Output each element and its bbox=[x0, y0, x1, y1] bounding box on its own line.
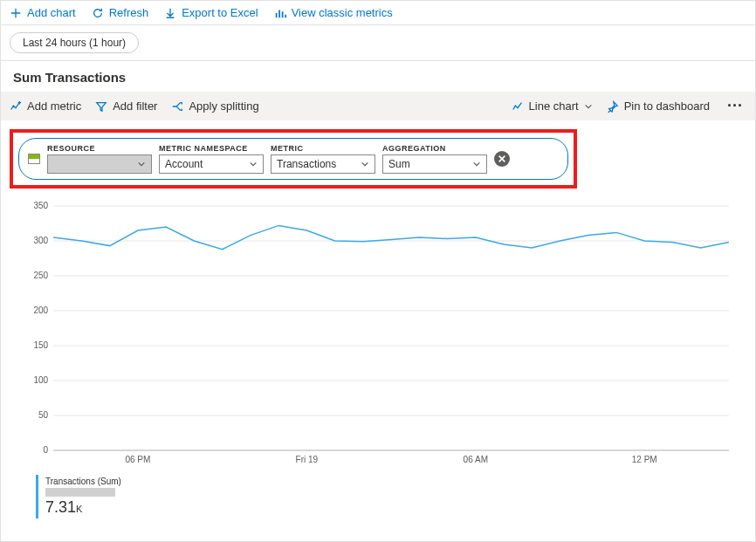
classic-metrics-button[interactable]: View classic metrics bbox=[274, 6, 393, 19]
svg-text:06 PM: 06 PM bbox=[125, 455, 150, 464]
time-range-row: Last 24 hours (1 hour) bbox=[1, 25, 755, 61]
svg-text:50: 50 bbox=[38, 410, 49, 420]
plus-icon bbox=[10, 7, 22, 19]
legend-resource-redacted bbox=[45, 488, 115, 497]
chevron-down-icon bbox=[584, 102, 593, 111]
chevron-down-icon bbox=[472, 160, 481, 168]
chart-area: 050100150200250300350 06 PMFri 1906 AM12… bbox=[18, 197, 738, 468]
chart-toolbar: Add metric Add filter Apply splitting Li… bbox=[1, 92, 755, 120]
export-button[interactable]: Export to Excel bbox=[164, 6, 258, 19]
chevron-down-icon bbox=[361, 160, 369, 168]
pin-button[interactable]: Pin to dashboard bbox=[607, 99, 710, 113]
chart-type-label: Line chart bbox=[529, 99, 579, 113]
data-line bbox=[53, 225, 729, 249]
pin-label: Pin to dashboard bbox=[624, 99, 710, 113]
add-filter-button[interactable]: Add filter bbox=[95, 99, 157, 113]
namespace-value: Account bbox=[165, 158, 203, 170]
add-metric-label: Add metric bbox=[27, 99, 81, 113]
apply-splitting-button[interactable]: Apply splitting bbox=[171, 99, 258, 113]
classic-label: View classic metrics bbox=[292, 6, 393, 19]
legend-value: 7.31K bbox=[45, 498, 134, 517]
refresh-button[interactable]: Refresh bbox=[92, 6, 149, 19]
namespace-label: METRIC NAMESPACE bbox=[159, 144, 264, 153]
metric-value: Transactions bbox=[277, 158, 336, 170]
refresh-icon bbox=[92, 7, 104, 19]
line-chart[interactable]: 050100150200250300350 06 PMFri 1906 AM12… bbox=[18, 197, 738, 468]
namespace-dropdown[interactable]: Account bbox=[159, 154, 264, 174]
top-toolbar: Add chart Refresh Export to Excel View c… bbox=[1, 1, 755, 25]
svg-text:Fri 19: Fri 19 bbox=[296, 455, 319, 464]
pin-icon bbox=[607, 100, 619, 113]
resource-dropdown[interactable] bbox=[47, 154, 152, 174]
line-chart-icon bbox=[512, 100, 524, 113]
aggregation-label: AGGREGATION bbox=[382, 144, 487, 153]
metric-selector-highlight: RESOURCE METRIC NAMESPACE Account METRIC… bbox=[10, 129, 577, 189]
close-icon bbox=[498, 154, 506, 163]
apply-splitting-label: Apply splitting bbox=[189, 99, 258, 113]
aggregation-value: Sum bbox=[388, 158, 410, 170]
metric-dropdown[interactable]: Transactions bbox=[271, 154, 375, 174]
chevron-down-icon bbox=[137, 160, 146, 168]
time-range-label: Last 24 hours (1 hour) bbox=[23, 37, 126, 49]
bar-chart-icon bbox=[274, 7, 286, 19]
more-menu-button[interactable]: ··· bbox=[724, 97, 746, 115]
download-icon bbox=[164, 7, 176, 19]
add-chart-label: Add chart bbox=[27, 6, 76, 19]
legend-title: Transactions (Sum) bbox=[45, 477, 134, 486]
chevron-down-icon bbox=[249, 160, 258, 168]
legend-value-unit: K bbox=[76, 504, 82, 514]
chart-title: Sum Transactions bbox=[1, 61, 755, 92]
svg-text:0: 0 bbox=[44, 445, 49, 455]
metric-label: METRIC bbox=[271, 144, 375, 153]
legend-card[interactable]: Transactions (Sum) 7.31K bbox=[36, 475, 141, 518]
resource-label: RESOURCE bbox=[47, 144, 152, 153]
remove-metric-button[interactable] bbox=[494, 151, 510, 167]
refresh-label: Refresh bbox=[109, 6, 149, 19]
chart-type-dropdown[interactable]: Line chart bbox=[512, 99, 593, 113]
svg-text:300: 300 bbox=[33, 236, 48, 245]
legend-value-number: 7.31 bbox=[45, 498, 76, 516]
svg-text:250: 250 bbox=[33, 271, 48, 280]
resource-color-chip bbox=[28, 154, 40, 164]
svg-text:150: 150 bbox=[33, 340, 48, 350]
add-chart-button[interactable]: Add chart bbox=[10, 6, 76, 19]
svg-text:350: 350 bbox=[33, 201, 48, 210]
split-icon bbox=[171, 100, 183, 113]
svg-text:100: 100 bbox=[33, 375, 48, 385]
time-range-pill[interactable]: Last 24 hours (1 hour) bbox=[10, 32, 139, 53]
svg-text:12 PM: 12 PM bbox=[632, 455, 657, 464]
export-label: Export to Excel bbox=[182, 6, 258, 19]
add-filter-label: Add filter bbox=[113, 99, 157, 113]
metric-selector-pill: RESOURCE METRIC NAMESPACE Account METRIC… bbox=[18, 138, 568, 180]
svg-text:06 AM: 06 AM bbox=[464, 455, 488, 464]
svg-text:200: 200 bbox=[33, 305, 48, 315]
line-plus-icon bbox=[10, 100, 22, 113]
aggregation-dropdown[interactable]: Sum bbox=[382, 154, 487, 174]
add-metric-button[interactable]: Add metric bbox=[10, 99, 81, 113]
filter-icon bbox=[95, 100, 107, 113]
